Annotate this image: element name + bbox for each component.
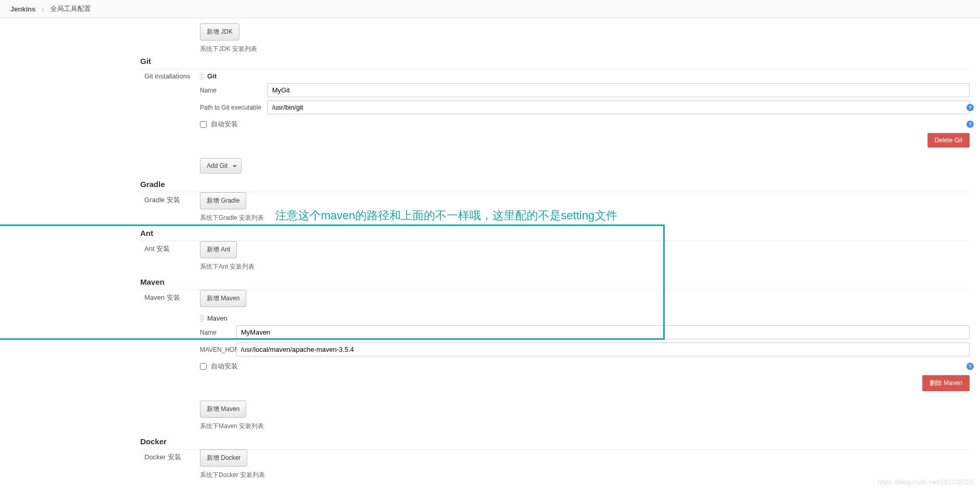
breadcrumb: Jenkins › 全局工具配置	[0, 0, 980, 18]
maven-auto-install-label: 自动安装	[211, 362, 238, 371]
maven-entry: Maven Name MAVEN_HOME 自动安装 ?	[200, 311, 970, 391]
git-entry-title: Git	[207, 72, 217, 80]
add-docker-button[interactable]: 新增 Docker	[200, 449, 247, 467]
git-entry: Git Name Path to Git executable ? 自动安装	[200, 69, 970, 148]
maven-heading: Maven	[140, 274, 970, 290]
gradle-heading: Gradle	[140, 177, 970, 192]
git-path-label: Path to Git executable	[200, 104, 267, 111]
help-icon[interactable]: ?	[966, 363, 974, 370]
jdk-tool-area: 新增 JDK 系统下JDK 安装列表	[200, 23, 970, 54]
add-jdk-button[interactable]: 新增 JDK	[200, 23, 239, 41]
gradle-subheading: Gradle 安装	[140, 192, 200, 222]
add-git-button[interactable]: Add Git	[200, 158, 241, 174]
add-gradle-button[interactable]: 新增 Gradle	[200, 192, 246, 209]
git-auto-install-label: 自动安装	[211, 120, 238, 129]
breadcrumb-root[interactable]: Jenkins	[10, 5, 35, 13]
docker-hint: 系统下Docker 安装列表	[200, 471, 970, 480]
delete-git-button[interactable]: Delete Git	[928, 133, 970, 148]
ant-section: Ant Ant 安装 新增 Ant 系统下Ant 安装列表	[140, 226, 970, 271]
maven-auto-install-checkbox[interactable]	[200, 363, 207, 370]
delete-maven-button[interactable]: 删除 Maven	[922, 375, 970, 391]
add-maven-button-top[interactable]: 新增 Maven	[200, 290, 246, 307]
help-icon[interactable]: ?	[966, 121, 974, 128]
git-auto-install-checkbox[interactable]	[200, 121, 207, 128]
docker-subheading: Docker 安装	[140, 449, 200, 480]
main-content: 新增 JDK 系统下JDK 安装列表 Git Git installations…	[0, 18, 980, 490]
jdk-hint: 系统下JDK 安装列表	[200, 45, 970, 54]
docker-heading: Docker	[140, 434, 970, 449]
git-name-input[interactable]	[267, 83, 970, 97]
git-heading: Git	[140, 54, 970, 69]
git-path-input[interactable]	[267, 100, 970, 114]
add-ant-button[interactable]: 新增 Ant	[200, 241, 237, 258]
ant-subheading: Ant 安装	[140, 241, 200, 271]
drag-handle-icon[interactable]	[200, 73, 204, 80]
help-icon[interactable]: ?	[966, 104, 974, 111]
git-section: Git Git installations Git Name Path to G…	[140, 54, 970, 174]
maven-section: Maven Maven 安装 新增 Maven Maven Name MAVEN…	[140, 274, 970, 431]
annotation-text: 注意这个maven的路径和上面的不一样哦，这里配的不是setting文件	[275, 208, 617, 223]
maven-home-input[interactable]	[236, 342, 970, 356]
maven-subheading: Maven 安装	[140, 290, 200, 431]
maven-hint: 系统下Maven 安装列表	[200, 422, 970, 431]
ant-heading: Ant	[140, 226, 970, 241]
breadcrumb-separator-icon: ›	[42, 5, 44, 13]
git-subheading: Git installations	[140, 69, 200, 174]
drag-handle-icon[interactable]	[200, 315, 204, 322]
ant-hint: 系统下Ant 安装列表	[200, 262, 970, 271]
git-name-label: Name	[200, 87, 267, 94]
docker-section: Docker Docker 安装 新增 Docker 系统下Docker 安装列…	[140, 434, 970, 480]
maven-name-input[interactable]	[236, 325, 970, 339]
maven-entry-title: Maven	[207, 314, 227, 322]
watermark: https://blog.csdn.net/291218720	[878, 478, 974, 486]
add-maven-button-bottom[interactable]: 新增 Maven	[200, 401, 246, 418]
breadcrumb-current[interactable]: 全局工具配置	[50, 4, 91, 14]
